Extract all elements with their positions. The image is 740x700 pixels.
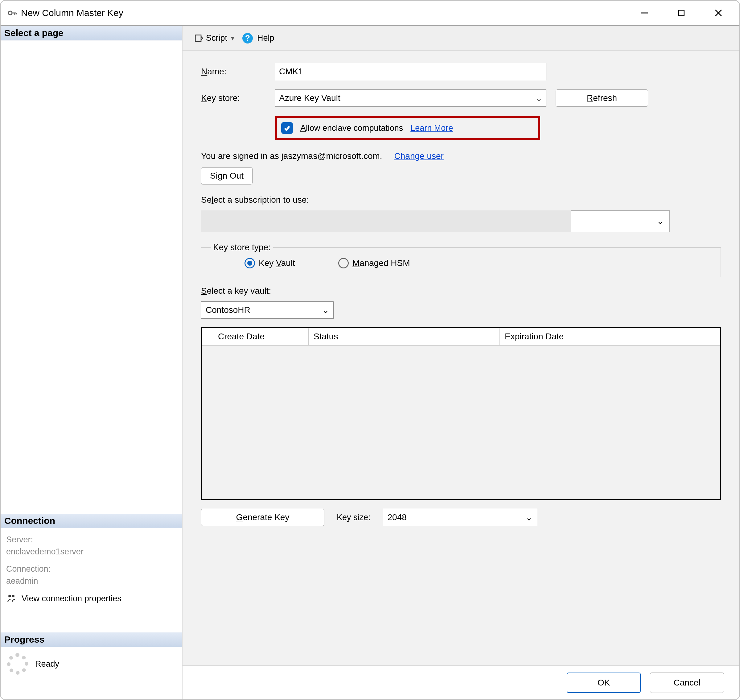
- subscription-display: [201, 210, 571, 232]
- key-icon: [6, 7, 18, 19]
- allow-enclave-label: Allow enclave computations: [300, 124, 403, 133]
- table-header: Create Date Status Expiration Date: [202, 328, 720, 346]
- keystore-label: Key store:: [201, 93, 275, 103]
- progress-header: Progress: [1, 632, 182, 647]
- signed-in-row: You are signed in as jaszymas@microsoft.…: [201, 151, 721, 161]
- col-expiration-date[interactable]: Expiration Date: [500, 328, 720, 345]
- progress-panel: Ready: [1, 647, 182, 681]
- key-size-value: 2048: [388, 512, 407, 522]
- key-size-label: Key size:: [337, 513, 371, 522]
- progress-status: Ready: [35, 659, 59, 669]
- radio-managed-hsm[interactable]: Managed HSM: [338, 258, 410, 268]
- close-button[interactable]: [700, 2, 737, 24]
- right-pane: Script ▾ ? Help Name: Key store:: [182, 26, 739, 699]
- chevron-down-icon: ▾: [231, 34, 234, 42]
- minimize-button[interactable]: [626, 2, 663, 24]
- connection-panel: Server: enclavedemo1server Connection: a…: [1, 528, 182, 608]
- maximize-button[interactable]: [663, 2, 700, 24]
- col-create-date[interactable]: Create Date: [213, 328, 308, 345]
- select-key-vault-label: Select a key vault:: [201, 286, 721, 296]
- allow-enclave-checkbox[interactable]: [281, 122, 293, 134]
- generate-key-button[interactable]: Generate Key: [201, 509, 324, 526]
- help-button[interactable]: ? Help: [241, 32, 276, 45]
- key-size-select[interactable]: 2048 ⌄: [383, 509, 537, 526]
- chevron-down-icon: ⌄: [322, 305, 329, 315]
- progress-spinner-icon: [7, 653, 28, 675]
- cancel-button[interactable]: Cancel: [650, 672, 724, 693]
- keystore-type-legend: Key store type:: [211, 243, 273, 252]
- allow-enclave-highlight: Allow enclave computations Learn More: [275, 116, 540, 140]
- svg-point-5: [8, 595, 11, 598]
- name-label: Name:: [201, 67, 275, 76]
- server-value: enclavedemo1server: [6, 546, 176, 558]
- connection-icon: [6, 593, 17, 604]
- svg-point-6: [12, 595, 15, 598]
- chevron-down-icon: ⌄: [526, 512, 533, 523]
- connection-value: aeadmin: [6, 575, 176, 587]
- subscription-row: ⌄: [201, 210, 721, 232]
- svg-point-0: [8, 11, 12, 15]
- refresh-button[interactable]: Refresh: [556, 90, 648, 107]
- connection-label: Connection:: [6, 563, 176, 575]
- radio-icon: [338, 258, 349, 268]
- col-status[interactable]: Status: [308, 328, 500, 345]
- select-page-header: Select a page: [1, 26, 182, 40]
- radio-key-vault[interactable]: Key Vault: [245, 258, 295, 268]
- chevron-down-icon: ⌄: [535, 93, 542, 103]
- dialog-footer: OK Cancel: [182, 665, 739, 699]
- keystore-value: Azure Key Vault: [279, 93, 341, 103]
- signed-in-text: You are signed in as jaszymas@microsoft.…: [201, 151, 382, 161]
- subscription-select[interactable]: ⌄: [571, 210, 670, 232]
- script-icon: [194, 33, 204, 43]
- learn-more-link[interactable]: Learn More: [410, 124, 453, 133]
- script-label: Script: [206, 33, 227, 43]
- help-label: Help: [257, 33, 275, 43]
- script-button[interactable]: Script ▾: [192, 32, 238, 44]
- svg-rect-2: [678, 10, 684, 16]
- left-pane: Select a page Connection Server: enclave…: [1, 26, 182, 699]
- server-label: Server:: [6, 534, 176, 546]
- row-header-cell: [202, 328, 213, 345]
- keystore-type-group: Key store type: Key Vault Managed HSM: [201, 243, 721, 277]
- sign-out-button[interactable]: Sign Out: [201, 167, 253, 184]
- window-frame: New Column Master Key Select a page Conn…: [0, 0, 740, 700]
- name-input[interactable]: [275, 63, 546, 80]
- subscription-label: Select a subscription to use:: [201, 195, 721, 205]
- radio-icon: [245, 258, 255, 268]
- key-vault-select[interactable]: ContosoHR ⌄: [201, 301, 333, 319]
- change-user-link[interactable]: Change user: [394, 151, 444, 161]
- titlebar: New Column Master Key: [1, 1, 739, 25]
- connection-header: Connection: [1, 514, 182, 528]
- view-connection-properties-label: View connection properties: [22, 593, 122, 605]
- help-icon: ?: [242, 33, 253, 44]
- toolbar: Script ▾ ? Help: [182, 26, 739, 51]
- keystore-select[interactable]: Azure Key Vault ⌄: [275, 90, 546, 107]
- chevron-down-icon: ⌄: [657, 216, 664, 226]
- key-vault-value: ContosoHR: [206, 305, 250, 315]
- window-title: New Column Master Key: [21, 8, 123, 18]
- keys-table: Create Date Status Expiration Date: [201, 327, 721, 500]
- ok-button[interactable]: OK: [567, 672, 641, 693]
- view-connection-properties-link[interactable]: View connection properties: [6, 593, 176, 605]
- svg-rect-7: [195, 35, 201, 41]
